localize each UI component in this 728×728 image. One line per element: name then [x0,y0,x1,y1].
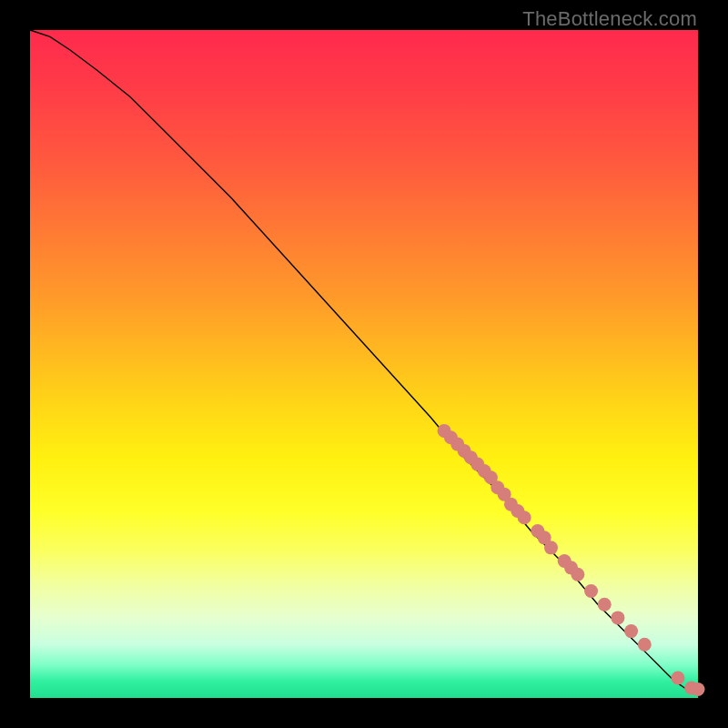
data-point [671,671,684,684]
data-point [544,541,558,554]
data-point [518,511,531,524]
data-point [692,682,705,696]
data-point [571,568,584,581]
series-points [438,424,705,696]
chart-frame: TheBottleneck.com [0,0,728,728]
chart-svg [30,30,698,698]
data-point [598,598,612,612]
data-point [584,584,598,598]
data-point [624,624,638,638]
data-point [638,638,652,652]
data-point [611,611,624,624]
watermark-text: TheBottleneck.com [522,7,697,31]
